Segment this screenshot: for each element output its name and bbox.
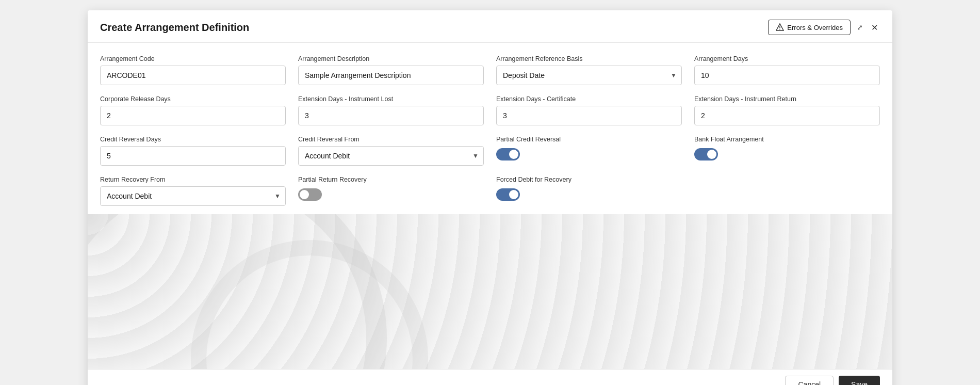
credit-reversal-days-label: Credit Reversal Days: [100, 136, 286, 143]
arrangement-code-group: Arrangement Code: [100, 55, 286, 85]
extension-days-instrument-lost-input[interactable]: [298, 106, 484, 125]
partial-credit-reversal-toggle-wrapper: [496, 146, 682, 161]
extension-days-instrument-lost-group: Extension Days - Instrument Lost: [298, 95, 484, 125]
bank-float-arrangement-group: Bank Float Arrangement: [694, 136, 880, 166]
arrangement-days-group: Arrangement Days: [694, 55, 880, 85]
arrangement-description-group: Arrangement Description: [298, 55, 484, 85]
extension-days-instrument-return-label: Extension Days - Instrument Return: [694, 95, 880, 103]
header-actions: Errors & Overrides ⤢ ✕: [768, 20, 880, 35]
corporate-release-days-group: Corporate Release Days: [100, 95, 286, 125]
partial-return-recovery-slider: [298, 188, 322, 201]
forced-debit-for-recovery-group: Forced Debit for Recovery: [496, 176, 682, 206]
partial-return-recovery-group: Partial Return Recovery: [298, 176, 484, 206]
modal-body: Arrangement Code Arrangement Description…: [88, 43, 892, 214]
warning-icon: [776, 23, 784, 31]
extension-days-certificate-label: Extension Days - Certificate: [496, 95, 682, 103]
extension-days-instrument-return-group: Extension Days - Instrument Return: [694, 95, 880, 125]
arrangement-days-input[interactable]: [694, 66, 880, 85]
return-recovery-from-select[interactable]: Account Debit Account Credit GL Account: [100, 186, 286, 206]
return-recovery-from-group: Return Recovery From Account Debit Accou…: [100, 176, 286, 206]
arrangement-reference-basis-group: Arrangement Reference Basis Deposit Date…: [496, 55, 682, 85]
expand-icon: ⤢: [857, 23, 863, 31]
create-arrangement-modal: Create Arrangement Definition Errors & O…: [88, 10, 892, 385]
arrangement-reference-basis-wrapper: Deposit Date Transaction Date Value Date…: [496, 66, 682, 85]
modal-footer: Cancel Save: [88, 369, 892, 385]
partial-return-recovery-label: Partial Return Recovery: [298, 176, 484, 183]
partial-return-recovery-toggle-wrapper: [298, 186, 484, 201]
errors-overrides-button[interactable]: Errors & Overrides: [768, 20, 851, 35]
bank-float-arrangement-toggle-wrapper: [694, 146, 880, 161]
partial-credit-reversal-label: Partial Credit Reversal: [496, 136, 682, 143]
modal-title: Create Arrangement Definition: [100, 22, 249, 34]
partial-credit-reversal-toggle[interactable]: [496, 148, 520, 161]
arrangement-code-input[interactable]: [100, 66, 286, 85]
credit-reversal-from-label: Credit Reversal From: [298, 136, 484, 143]
credit-reversal-days-group: Credit Reversal Days: [100, 136, 286, 166]
credit-reversal-from-group: Credit Reversal From Account Debit Accou…: [298, 136, 484, 166]
errors-overrides-label: Errors & Overrides: [787, 24, 843, 31]
expand-button[interactable]: ⤢: [855, 21, 865, 34]
empty-cell: [694, 176, 880, 206]
arrangement-reference-basis-label: Arrangement Reference Basis: [496, 55, 682, 62]
bank-float-arrangement-slider: [694, 148, 718, 161]
close-button[interactable]: ✕: [869, 21, 880, 35]
arrangement-days-label: Arrangement Days: [694, 55, 880, 62]
partial-return-recovery-toggle[interactable]: [298, 188, 322, 201]
extension-days-instrument-lost-label: Extension Days - Instrument Lost: [298, 95, 484, 103]
forced-debit-for-recovery-toggle-wrapper: [496, 186, 682, 201]
corporate-release-days-input[interactable]: [100, 106, 286, 125]
arrangement-description-input[interactable]: [298, 66, 484, 85]
svg-point-1: [780, 29, 781, 30]
partial-credit-reversal-slider: [496, 148, 520, 161]
arrangement-code-label: Arrangement Code: [100, 55, 286, 62]
corporate-release-days-label: Corporate Release Days: [100, 95, 286, 103]
bank-float-arrangement-label: Bank Float Arrangement: [694, 136, 880, 143]
cancel-button[interactable]: Cancel: [785, 376, 834, 385]
form-grid: Arrangement Code Arrangement Description…: [100, 55, 880, 206]
arrangement-description-label: Arrangement Description: [298, 55, 484, 62]
close-icon: ✕: [871, 23, 878, 33]
arrangement-reference-basis-select[interactable]: Deposit Date Transaction Date Value Date: [496, 66, 682, 85]
forced-debit-for-recovery-toggle[interactable]: [496, 188, 520, 201]
extension-days-certificate-group: Extension Days - Certificate: [496, 95, 682, 125]
extension-days-instrument-return-input[interactable]: [694, 106, 880, 125]
return-recovery-from-label: Return Recovery From: [100, 176, 286, 183]
bank-float-arrangement-toggle[interactable]: [694, 148, 718, 161]
forced-debit-for-recovery-slider: [496, 188, 520, 201]
credit-reversal-days-input[interactable]: [100, 146, 286, 166]
partial-credit-reversal-group: Partial Credit Reversal: [496, 136, 682, 166]
extension-days-certificate-input[interactable]: [496, 106, 682, 125]
lower-decorative-area: [88, 214, 892, 369]
save-button[interactable]: Save: [839, 376, 880, 385]
forced-debit-for-recovery-label: Forced Debit for Recovery: [496, 176, 682, 183]
credit-reversal-from-select[interactable]: Account Debit Account Credit GL Account: [298, 146, 484, 166]
return-recovery-from-wrapper: Account Debit Account Credit GL Account …: [100, 186, 286, 206]
credit-reversal-from-wrapper: Account Debit Account Credit GL Account …: [298, 146, 484, 166]
modal-header: Create Arrangement Definition Errors & O…: [88, 10, 892, 43]
